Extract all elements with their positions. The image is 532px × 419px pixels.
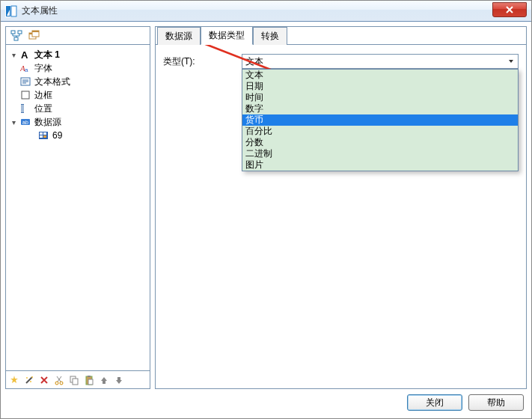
- dropdown-option[interactable]: 二进制: [242, 148, 518, 159]
- dropdown-option[interactable]: 数字: [242, 103, 518, 114]
- toolbar-button-windows[interactable]: [27, 28, 42, 43]
- tree-item-datasource-child[interactable]: 69: [6, 129, 150, 142]
- font-icon: Aa: [19, 62, 31, 74]
- svg-rect-30: [43, 135, 46, 138]
- left-toolbar-bottom: [6, 370, 150, 388]
- toolbar-button-down[interactable]: [112, 373, 126, 388]
- dropdown-option[interactable]: 文本: [242, 70, 518, 81]
- type-combobox[interactable]: 文本 文本日期时间数字货币百分比分数二进制图片: [242, 54, 519, 69]
- tree-root[interactable]: ▾ A 文本 1: [6, 48, 150, 61]
- toolbar-button-wizard[interactable]: [7, 373, 21, 388]
- svg-rect-5: [14, 37, 18, 40]
- svg-point-34: [30, 381, 31, 382]
- tab-transform[interactable]: 转换: [253, 27, 287, 45]
- svg-point-32: [31, 376, 33, 378]
- toolbar-button-paste[interactable]: [82, 373, 96, 388]
- tree-root-label: 文本 1: [34, 49, 60, 61]
- svg-rect-2: [11, 6, 16, 16]
- tree-item-textformat[interactable]: 文本格式: [6, 75, 150, 88]
- svg-text:A: A: [21, 49, 28, 60]
- tree-item-position[interactable]: 位置: [6, 102, 150, 115]
- tab-label: 数据源: [165, 31, 192, 41]
- type-dropdown-list[interactable]: 文本日期时间数字货币百分比分数二进制图片: [242, 69, 519, 171]
- tab-label: 数据类型: [209, 30, 245, 40]
- tree-view[interactable]: ▾ A 文本 1 Aa 字体 文本格式: [6, 45, 150, 370]
- toolbar-button-up[interactable]: [97, 373, 111, 388]
- left-panel: ▾ A 文本 1 Aa 字体 文本格式: [5, 26, 150, 389]
- tab-content: 类型(T): 文本 文本日期时间数字货币百分比分数二进制图片: [156, 45, 526, 388]
- toolbar-button-copy[interactable]: [67, 373, 81, 388]
- collapse-icon[interactable]: ▾: [9, 117, 18, 126]
- tab-datasource[interactable]: 数据源: [157, 27, 201, 45]
- tree-item-label: 边框: [34, 89, 52, 102]
- copy-icon: [69, 375, 79, 385]
- button-label: 关闭: [426, 397, 444, 409]
- svg-point-33: [26, 377, 28, 379]
- toolbar-button-cut[interactable]: [52, 373, 66, 388]
- textformat-icon: [19, 76, 31, 88]
- close-window-button[interactable]: [492, 2, 527, 17]
- tree-item-datasource[interactable]: ▾ ab 数据源: [6, 115, 150, 129]
- arrow-down-icon: [114, 375, 124, 385]
- title-bar: 文本属性: [1, 1, 531, 22]
- client-area: ▾ A 文本 1 Aa 字体 文本格式: [1, 22, 531, 394]
- toolbar-button-delete[interactable]: [37, 373, 51, 388]
- svg-text:a: a: [25, 67, 28, 73]
- tree-item-label: 数据源: [34, 116, 61, 129]
- svg-rect-27: [40, 132, 43, 135]
- dropdown-option[interactable]: 百分比: [242, 126, 518, 137]
- tab-label: 转换: [261, 31, 279, 41]
- right-panel: 数据源 数据类型 转换 类型(T): 文本 文本日期时间数字货币百分比分数二进制…: [155, 26, 527, 389]
- combo-selected-value: 文本: [245, 55, 263, 68]
- dropdown-option[interactable]: 图片: [242, 159, 518, 171]
- dropdown-option[interactable]: 时间: [242, 92, 518, 103]
- dropdown-option[interactable]: 日期: [242, 81, 518, 92]
- arrow-up-icon: [99, 375, 109, 385]
- svg-rect-28: [43, 132, 46, 135]
- windows-icon: [28, 30, 40, 42]
- tree-item-label: 位置: [34, 103, 52, 115]
- wand-star-icon: [9, 375, 19, 385]
- svg-point-36: [60, 382, 63, 385]
- tab-bar: 数据源 数据类型 转换: [156, 27, 526, 45]
- help-button[interactable]: 帮助: [468, 394, 524, 411]
- tab-datatype[interactable]: 数据类型: [201, 26, 253, 45]
- app-icon: [5, 5, 17, 17]
- tree-item-label: 字体: [34, 62, 52, 75]
- data-item-icon: [37, 129, 49, 141]
- paste-icon: [84, 375, 94, 385]
- svg-rect-3: [11, 31, 15, 34]
- type-field-row: 类型(T): 文本 文本日期时间数字货币百分比分数二进制图片: [163, 54, 519, 69]
- tree-item-font[interactable]: Aa 字体: [6, 61, 150, 75]
- dropdown-option[interactable]: 货币: [242, 114, 518, 126]
- type-label: 类型(T):: [163, 55, 195, 68]
- button-label: 帮助: [487, 397, 505, 409]
- svg-rect-4: [18, 31, 22, 34]
- collapse-icon[interactable]: ▾: [9, 50, 18, 59]
- svg-rect-40: [88, 376, 91, 377]
- close-button[interactable]: 关闭: [407, 394, 462, 411]
- toolbar-button-magic[interactable]: [22, 373, 36, 388]
- dialog-footer: 关闭 帮助: [1, 394, 531, 415]
- svg-rect-38: [73, 379, 78, 385]
- tree-item-border[interactable]: 边框: [6, 88, 150, 102]
- left-toolbar-top: [6, 27, 150, 45]
- delete-icon: [39, 375, 49, 385]
- svg-rect-17: [22, 91, 29, 99]
- svg-rect-41: [88, 379, 93, 385]
- text-object-icon: A: [19, 49, 31, 61]
- tree-item-label: 文本格式: [34, 76, 70, 88]
- cut-icon: [54, 375, 64, 385]
- position-icon: [19, 103, 31, 114]
- close-icon: [506, 6, 513, 13]
- wand-icon: [24, 375, 34, 385]
- window-title: 文本属性: [22, 4, 58, 17]
- datasource-icon: ab: [19, 116, 31, 128]
- struct-icon: [10, 30, 22, 42]
- chevron-down-icon: [506, 56, 516, 67]
- border-icon: [19, 89, 31, 101]
- dropdown-option[interactable]: 分数: [242, 137, 518, 148]
- svg-rect-29: [40, 135, 43, 138]
- svg-text:ab: ab: [22, 120, 28, 125]
- toolbar-button-struct[interactable]: [9, 28, 24, 43]
